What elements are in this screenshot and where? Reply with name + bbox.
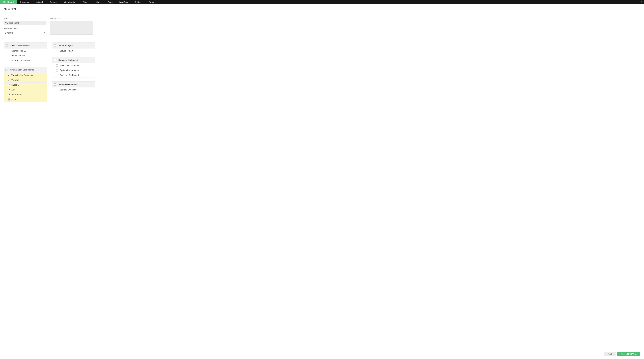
group-checkbox[interactable] [54,83,56,86]
group-items: Virtualization SummaryVMwareHyper-VXenVM… [4,73,47,102]
item-checkbox[interactable] [8,89,10,91]
description-label: Description [50,18,93,20]
refresh-label: Refresh Interval [4,27,46,30]
group-col-left: Network DashboardsNetwork Top 10VoIP Ove… [4,43,47,102]
group-item[interactable]: Nutanix [4,97,47,102]
check-icon [8,89,10,91]
item-checkbox[interactable] [8,79,10,81]
item-checkbox[interactable] [56,65,58,67]
check-icon [6,69,8,71]
group-checkbox[interactable] [6,45,8,47]
check-icon [8,84,10,86]
groups-area: Network DashboardsNetwork Top 10VoIP Ove… [0,38,644,102]
nav-item-workflow[interactable]: Workflow [116,0,131,4]
group-items: Network Top 10VoIP OverviewWAN RTT Overv… [4,48,47,63]
refresh-select-value: 1 minute [4,31,42,35]
check-icon [8,75,10,76]
nav-item-virtualization[interactable]: Virtualization [61,0,79,4]
name-field-group: Name [4,18,46,25]
item-checkbox[interactable] [56,74,58,76]
nav-item-apps[interactable]: Apps [104,0,116,4]
group-box: Virtualization DashboardsVirtualization … [4,67,47,102]
svg-point-1 [641,2,642,2]
page-title: New NOC [4,8,17,11]
group-item-label: WAN RTT Overview [12,59,30,62]
nav-item-settings[interactable]: Settings [131,0,146,4]
nav-item-servers[interactable]: Servers [46,0,60,4]
check-icon [8,94,10,95]
nav-item-inventory[interactable]: Inventory [17,0,32,4]
group-checkbox[interactable] [54,59,56,61]
group-head: Network Dashboards [4,43,47,48]
close-icon [637,8,640,11]
description-input[interactable] [50,21,93,35]
form-area: Name Refresh Interval 1 minute Descripti… [0,15,644,38]
group-item[interactable]: VoIP Overview [4,53,47,58]
group-item[interactable]: Enterprise Dashboard [52,63,95,68]
item-checkbox[interactable] [56,50,58,52]
name-label: Name [4,18,46,20]
group-item-label: Storage Overview [60,89,76,91]
group-item-label: Server Top 10 [60,50,73,52]
group-item[interactable]: Storage Overview [52,87,95,92]
item-checkbox[interactable] [8,55,10,57]
group-item[interactable]: Xen [4,87,47,92]
group-item-label: Virtualization Summary [12,74,33,76]
refresh-field-group: Refresh Interval 1 minute [4,27,46,35]
group-col-right: Server WidgetsServer Top 10Overview Dash… [52,43,95,92]
item-checkbox[interactable] [8,60,10,62]
close-button[interactable] [636,7,640,12]
item-checkbox[interactable] [8,74,10,76]
group-item-label: Enterprise Dashboard [60,64,80,67]
group-item[interactable]: System Performance [52,68,95,73]
item-checkbox[interactable] [8,94,10,96]
group-items: Server Top 10 [52,48,95,53]
group-box: Network DashboardsNetwork Top 10VoIP Ove… [4,43,47,63]
group-checkbox[interactable] [6,69,8,71]
group-item-label: VoIP Overview [12,55,25,57]
nav-item-alarms[interactable]: Alarms [79,0,92,4]
nav-items: DashboardInventoryNetworkServersVirtuali… [0,0,160,4]
item-checkbox[interactable] [8,99,10,101]
group-item[interactable]: Hyper-V [4,82,47,87]
nav-item-reports[interactable]: Reports [146,0,160,4]
check-icon [8,99,10,100]
group-item-label: Network Top 10 [12,50,26,52]
group-item-label: Xen [12,89,15,91]
group-item-label: System Performance [60,69,79,72]
group-head: Server Widgets [52,43,95,48]
form-col-right: Description [50,18,93,38]
name-input[interactable] [4,21,46,25]
group-item-label: Realtime Dashboard [60,74,79,76]
group-item[interactable]: Virtualization Summary [4,73,47,78]
group-item[interactable]: Realtime Dashboard [52,73,95,78]
more-vertical-icon [641,1,642,3]
group-head: Overview Dashboards [52,57,95,63]
refresh-select[interactable]: 1 minute [4,31,46,35]
group-box: Overview DashboardsEnterprise DashboardS… [52,57,95,78]
item-checkbox[interactable] [8,84,10,86]
check-icon [8,80,10,81]
item-checkbox[interactable] [56,89,58,91]
item-checkbox[interactable] [8,50,10,52]
group-checkbox[interactable] [54,45,56,47]
nav-item-maps[interactable]: Maps [92,0,104,4]
svg-point-2 [641,3,642,3]
group-item[interactable]: Network Top 10 [4,48,47,53]
nav-item-network[interactable]: Network [32,0,47,4]
group-item[interactable]: VM Sprawl [4,92,47,97]
svg-marker-5 [44,32,45,33]
group-item[interactable]: WAN RTT Overview [4,58,47,63]
more-menu-button[interactable] [639,1,644,3]
item-checkbox[interactable] [56,69,58,72]
group-item[interactable]: Server Top 10 [52,48,95,53]
chevron-down-icon [44,32,45,33]
form-col-left: Name Refresh Interval 1 minute [4,18,46,38]
group-box: Storage DashboardsStorage Overview [52,81,95,92]
group-item[interactable]: VMware [4,78,47,82]
group-box: Server WidgetsServer Top 10 [52,43,95,53]
top-nav: DashboardInventoryNetworkServersVirtuali… [0,0,644,4]
page-header: New NOC [0,4,644,14]
nav-item-dashboard[interactable]: Dashboard [0,0,17,4]
description-field-group: Description [50,18,93,35]
